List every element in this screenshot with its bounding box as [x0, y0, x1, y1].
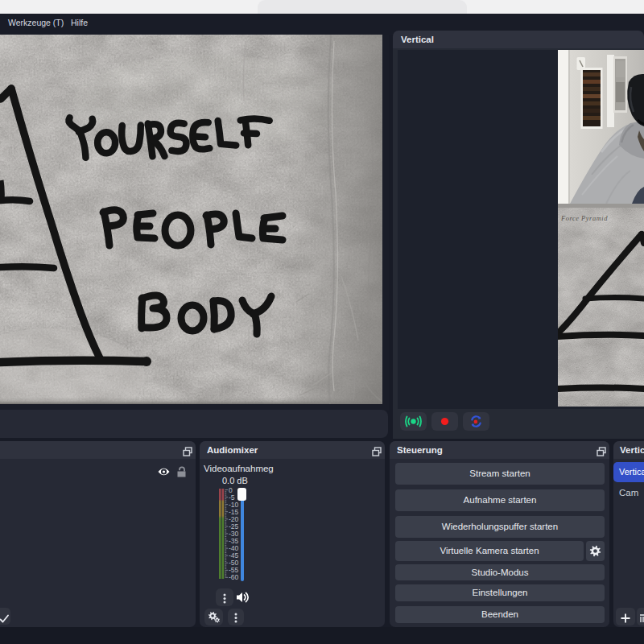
svg-text:-60: -60 [229, 573, 239, 581]
svg-text:Force Pyramid: Force Pyramid [560, 214, 608, 222]
